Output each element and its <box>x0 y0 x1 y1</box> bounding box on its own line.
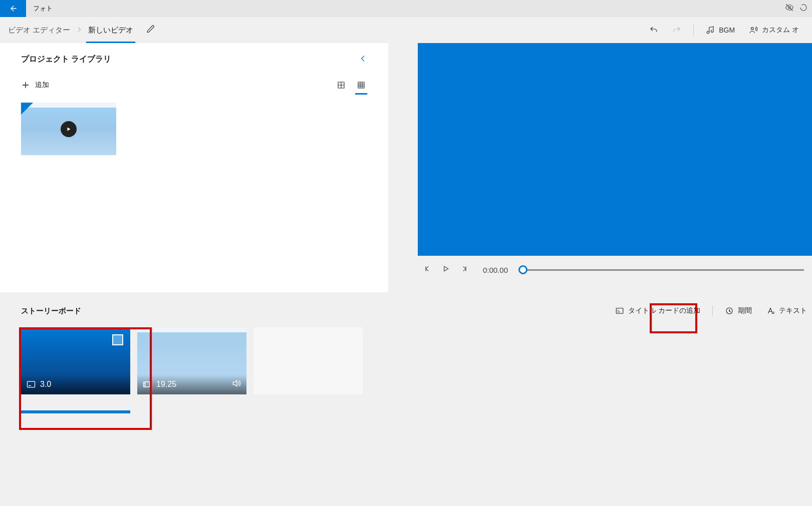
breadcrumb-root[interactable]: ビデオ エディター <box>6 23 72 38</box>
svg-point-1 <box>751 28 753 30</box>
play-icon <box>442 265 450 273</box>
breadcrumb-project[interactable]: 新しいビデオ <box>86 23 135 38</box>
duration-button[interactable]: 期間 <box>720 305 757 316</box>
storyboard-item-title[interactable]: 3.0 <box>21 327 130 407</box>
refresh-icon[interactable] <box>799 3 808 14</box>
svg-rect-2 <box>616 308 623 314</box>
storyboard-panel: ストーリーボード タイトル カードの追加 期間 テキスト <box>0 305 812 506</box>
redo-icon <box>672 26 681 35</box>
storyboard-item-video[interactable]: 19.25 <box>137 327 246 407</box>
grid-3x3-icon <box>357 81 366 90</box>
storyboard-item-placeholder[interactable] <box>253 327 363 407</box>
text-icon <box>766 306 775 315</box>
bgm-label: BGM <box>719 26 735 34</box>
svg-rect-4 <box>28 381 35 387</box>
clock-icon <box>725 306 734 315</box>
undo-button[interactable] <box>642 23 665 38</box>
storyboard-separator <box>712 305 713 316</box>
chevron-left-icon <box>359 55 367 63</box>
add-title-card-label: タイトル カードの追加 <box>628 306 700 315</box>
storyboard-thumbnail: 3.0 <box>21 327 130 394</box>
storyboard-duration: 19.25 <box>156 380 176 389</box>
add-media-button[interactable]: 追加 <box>21 81 49 90</box>
toolbar: ビデオ エディター 新しいビデオ BGM カスタム オ <box>0 17 812 43</box>
play-button[interactable] <box>442 265 450 275</box>
title-bar: フォト <box>0 0 812 17</box>
rename-button[interactable] <box>146 25 155 36</box>
arrow-left-icon <box>9 5 17 13</box>
storyboard-thumbnail <box>253 327 363 394</box>
visibility-off-icon[interactable] <box>785 3 794 14</box>
app-title: フォト <box>33 4 53 13</box>
grid-2x2-icon <box>337 81 346 90</box>
storyboard-thumbnail: 19.25 <box>137 327 246 394</box>
person-audio-icon <box>749 26 758 35</box>
view-large-grid-button[interactable] <box>335 80 347 91</box>
selection-underline <box>21 410 130 413</box>
chevron-right-icon <box>76 26 82 35</box>
redo-button <box>665 23 688 38</box>
timecode: 0:00.00 <box>483 266 508 274</box>
overlay-chip-icon <box>112 334 123 345</box>
add-media-label: 追加 <box>35 81 49 90</box>
duration-label: 期間 <box>738 306 752 315</box>
audio-icon <box>231 378 241 390</box>
preview-panel: 0:00.00 <box>418 43 812 292</box>
svg-rect-5 <box>144 382 151 387</box>
frame-back-button[interactable] <box>424 265 432 275</box>
play-icon <box>66 126 72 132</box>
back-button[interactable] <box>0 0 26 17</box>
title-card-icon <box>615 306 624 315</box>
seek-knob[interactable] <box>518 265 527 274</box>
text-label: テキスト <box>779 306 807 315</box>
play-overlay-button[interactable] <box>61 121 77 137</box>
text-button[interactable]: テキスト <box>761 305 812 316</box>
frame-forward-button[interactable] <box>460 265 468 275</box>
collapse-library-button[interactable] <box>359 55 367 65</box>
undo-icon <box>649 26 658 35</box>
title-card-icon <box>26 379 36 389</box>
filmstrip-icon <box>142 379 152 389</box>
pencil-icon <box>146 25 155 34</box>
preview-canvas <box>418 43 812 256</box>
selected-marker-icon <box>21 103 33 115</box>
library-title: プロジェクト ライブラリ <box>21 54 111 65</box>
toolbar-separator <box>693 25 694 36</box>
seek-bar[interactable] <box>523 269 804 271</box>
music-icon <box>706 26 715 35</box>
storyboard-title: ストーリーボード <box>21 306 81 316</box>
storyboard-duration: 3.0 <box>40 380 51 389</box>
view-small-grid-button[interactable] <box>355 80 367 91</box>
custom-audio-button[interactable]: カスタム オ <box>742 23 806 38</box>
step-forward-icon <box>460 265 468 273</box>
project-library-panel: プロジェクト ライブラリ 追加 <box>0 43 388 292</box>
bgm-button[interactable]: BGM <box>699 23 742 38</box>
custom-audio-label: カスタム オ <box>762 26 799 35</box>
library-clip[interactable] <box>21 103 116 155</box>
add-title-card-button[interactable]: タイトル カードの追加 <box>610 305 705 316</box>
step-back-icon <box>424 265 432 273</box>
plus-icon <box>21 81 30 90</box>
